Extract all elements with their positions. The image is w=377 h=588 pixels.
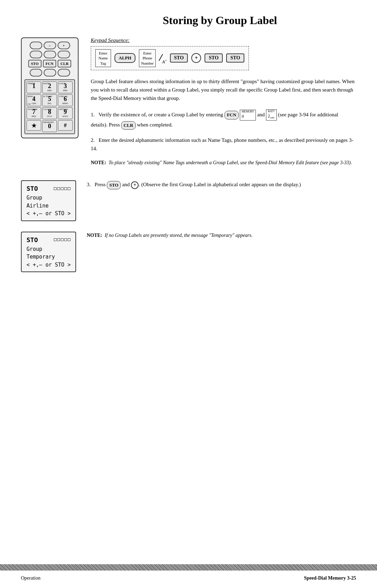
note-1-text: To place "already existing" Name Tags un… xyxy=(109,160,352,165)
remote-btn-sto: STO xyxy=(28,60,42,67)
remote-btn-blank5 xyxy=(30,69,42,77)
note-1-label: NOTE: xyxy=(91,160,106,165)
numpad-btn-2: BATT 2 ABC xyxy=(42,81,57,93)
seq-sto1: STO xyxy=(170,53,188,63)
lcd1-line3: Airline xyxy=(27,202,71,210)
remote-btn-blank1 xyxy=(30,42,42,49)
remote-body: – + STO FCN CLR xyxy=(21,37,79,138)
step-1-number: 1. xyxy=(91,112,97,117)
lcd1-line2: Group xyxy=(27,194,71,202)
remote-btn-fcn: FCN xyxy=(43,60,57,67)
numpad: TIMER 1 BATT 2 ABC LOCK 3 DEF xyxy=(24,79,75,134)
lcd1-dot1 xyxy=(54,187,57,190)
remote-btn-blank4 xyxy=(58,51,70,58)
step-1-text: Verify the existence of, or create a Gro… xyxy=(91,112,338,128)
lcd2-line4: < +,– or STO > xyxy=(27,261,71,269)
lcd2-dot2 xyxy=(57,238,60,241)
seq-alph-btn: ALPH xyxy=(114,53,135,63)
lcd1-line4: < +,– or STO > xyxy=(27,210,71,218)
remote-btn-plus: + xyxy=(58,42,70,49)
bottom-bar xyxy=(0,564,377,571)
lcd2-dot4 xyxy=(64,238,67,241)
lcd1-dot4 xyxy=(64,187,67,190)
seq-sto3: STO xyxy=(226,53,244,63)
lcd2-line3: Temporary xyxy=(27,253,71,261)
numpad-btn-4: RING CH 4 GHI xyxy=(27,94,41,106)
footer-right: Speed-Dial Memory 3-25 xyxy=(304,575,356,581)
seq-slash: /Aˆ xyxy=(159,52,166,64)
numpad-btn-star: ★ xyxy=(27,120,41,131)
lcd2-dot3 xyxy=(61,238,64,241)
plus-btn-step3: + xyxy=(131,181,139,189)
remote-btn-blank2 xyxy=(30,51,42,58)
body-paragraph: Group Label feature allows storing infor… xyxy=(91,77,356,102)
lcd1-dot2 xyxy=(57,187,60,190)
seq-enter-phone: EnterPhoneNumber xyxy=(139,49,156,67)
step-3-text: 3. Press STO and +. (Observe the first G… xyxy=(87,180,301,189)
step-3-label: 3. xyxy=(87,182,93,187)
numpad-btn-6: VISUAL 6 MNO xyxy=(58,94,73,106)
lcd2-title: STO xyxy=(27,235,38,245)
lcd1-dots xyxy=(54,187,71,190)
remote-btn-blank6 xyxy=(44,69,56,77)
step-1: 1. Verify the existence of, or create a … xyxy=(91,109,356,130)
numpad-btn-8: CLOCK 8 TUV xyxy=(42,107,57,119)
note-2-label: NOTE: xyxy=(87,233,102,238)
sto-btn-step3: STO xyxy=(107,181,121,190)
note-1: NOTE: To place "already existing" Name T… xyxy=(91,159,356,166)
remote-btn-clr: CLR xyxy=(58,60,71,67)
page-title: Storing by Group Label xyxy=(84,14,356,27)
display-2-section: STO Group Temporary < +,– or STO > NOTE:… xyxy=(21,232,356,273)
footer-left: Operation xyxy=(21,575,40,581)
clr-btn-inline: CLR xyxy=(121,121,135,130)
remote-btn-blank7 xyxy=(58,69,70,77)
lcd1-dot5 xyxy=(68,187,71,190)
step-2-number: 2. xyxy=(91,137,97,143)
lcd2-dot5 xyxy=(68,238,71,241)
remote-btn-blank3 xyxy=(44,51,56,58)
step-3-section: STO Group Airline < +,– or STO > 3. Pres… xyxy=(21,180,356,221)
numpad-btn-7: SYSTEM 7 PRS xyxy=(27,107,41,119)
numpad-btn-3: LOCK 3 DEF xyxy=(58,81,73,93)
batt2-btn-inline: BATT2ABC xyxy=(266,109,276,121)
keypad-sequence-box: EnterNameTag ALPH EnterPhoneNumber /Aˆ S… xyxy=(91,46,249,70)
seq-sto2: STO xyxy=(205,53,223,63)
remote-control: – + STO FCN CLR xyxy=(21,37,80,173)
memory0-btn-inline: MEMORY0 xyxy=(240,110,256,121)
note-2: NOTE: If no Group Labels are presently s… xyxy=(87,232,252,239)
right-content: Keypad Sequence: EnterNameTag ALPH Enter… xyxy=(91,37,356,173)
seq-enter-name-tag: EnterNameTag xyxy=(95,49,111,67)
fcn-btn-inline: FCN xyxy=(224,111,239,119)
keypad-sequence-section: Keypad Sequence: EnterNameTag ALPH Enter… xyxy=(91,37,356,70)
step-2: 2. Enter the desired alphanumeric inform… xyxy=(91,136,356,153)
numpad-btn-0: MEMORY 0 xyxy=(42,120,57,132)
page: Storing by Group Label – + xyxy=(0,0,377,588)
numpad-btn-1: TIMER 1 xyxy=(27,81,41,93)
numpad-btn-5: K TONE 5 JKL xyxy=(42,94,57,106)
lcd2-line2: Group xyxy=(27,245,71,253)
numpad-btn-hash: # xyxy=(58,120,73,131)
numpad-btn-9: OPTION 9 WXY xyxy=(58,107,73,119)
lcd2-dots xyxy=(54,238,71,241)
keypad-sequence-label: Keypad Sequence: xyxy=(91,37,356,43)
lcd1-dot3 xyxy=(61,187,64,190)
lcd-display-1: STO Group Airline < +,– or STO > xyxy=(21,180,76,221)
lcd1-title: STO xyxy=(27,184,38,193)
step-2-text: Enter the desired alphanumeric informati… xyxy=(91,137,353,151)
footer: Operation Speed-Dial Memory 3-25 xyxy=(21,575,356,581)
remote-btn-minus: – xyxy=(44,42,56,49)
lcd2-dot1 xyxy=(54,238,57,241)
note-2-text: If no Group Labels are presently stored,… xyxy=(105,233,253,238)
lcd-display-2: STO Group Temporary < +,– or STO > xyxy=(21,232,76,273)
seq-plus-btn: + xyxy=(191,53,201,63)
